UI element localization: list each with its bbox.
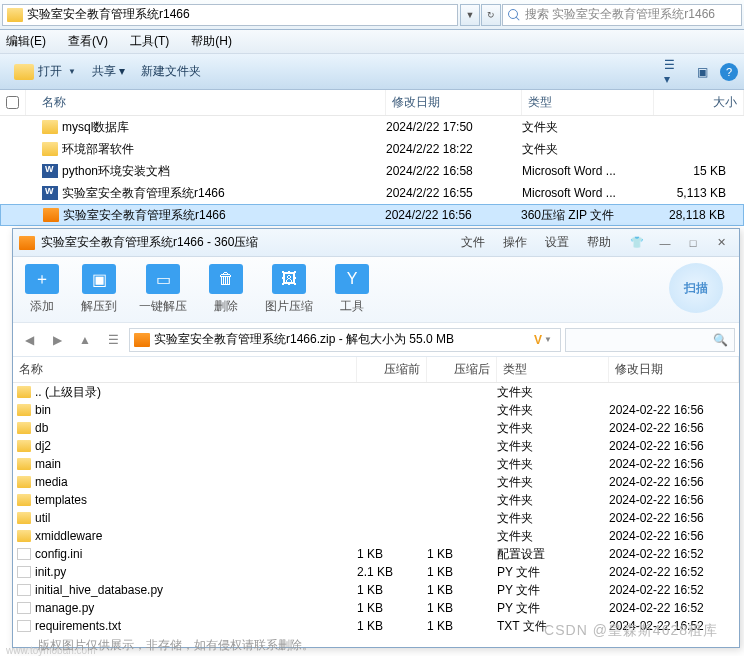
forward-button[interactable]: ▶	[45, 328, 69, 352]
scan-button[interactable]: 扫描	[669, 263, 723, 313]
zip-row[interactable]: manage.py1 KB1 KBPY 文件2024-02-22 16:52	[13, 599, 739, 617]
zip-col-name[interactable]: 名称	[13, 357, 357, 382]
zip-row[interactable]: xmiddleware文件夹2024-02-22 16:56	[13, 527, 739, 545]
zip-window: 实验室安全教育管理系统r1466 - 360压缩 文件 操作 设置 帮助 👕 —…	[12, 228, 740, 648]
zip-col-date[interactable]: 修改日期	[609, 357, 739, 382]
close-button[interactable]: ✕	[709, 234, 733, 252]
zip-file-type: 文件夹	[497, 384, 609, 401]
zip-icon	[43, 208, 59, 222]
menu-tools[interactable]: 工具(T)	[126, 31, 173, 52]
file-row[interactable]: 实验室安全教育管理系统r14662024/2/22 16:56360压缩 ZIP…	[0, 204, 744, 226]
column-type[interactable]: 类型	[522, 90, 654, 115]
zip-row[interactable]: initial_hive_database.py1 KB1 KBPY 文件202…	[13, 581, 739, 599]
zip-file-name: db	[35, 421, 48, 435]
folder-icon	[17, 422, 31, 434]
zip-row[interactable]: util文件夹2024-02-22 16:56	[13, 509, 739, 527]
file-row[interactable]: python环境安装文档2024/2/22 16:58Microsoft Wor…	[0, 160, 744, 182]
file-row[interactable]: mysql数据库2024/2/22 17:50文件夹	[0, 116, 744, 138]
path-text: 实验室安全教育管理系统r1466	[27, 6, 190, 23]
column-date[interactable]: 修改日期	[386, 90, 522, 115]
zip-file-date: 2024-02-22 16:56	[609, 421, 739, 435]
file-row[interactable]: 环境部署软件2024/2/22 18:22文件夹	[0, 138, 744, 160]
file-row[interactable]: 实验室安全教育管理系统r14662024/2/22 16:55Microsoft…	[0, 182, 744, 204]
zip-file-date: 2024-02-22 16:56	[609, 493, 739, 507]
new-folder-label: 新建文件夹	[141, 63, 201, 80]
zip-col-type[interactable]: 类型	[497, 357, 609, 382]
zip-path[interactable]: 实验室安全教育管理系统r1466.zip - 解包大小为 55.0 MB V ▼	[129, 328, 561, 352]
word-icon	[42, 164, 58, 178]
maximize-button[interactable]: □	[681, 234, 705, 252]
folder-icon	[7, 8, 23, 22]
open-button[interactable]: 打开 ▼	[6, 59, 84, 84]
folder-icon	[17, 440, 31, 452]
address-bar: 实验室安全教育管理系统r1466 ▼ ↻ 搜索 实验室安全教育管理系统r1466	[0, 0, 744, 30]
menu-edit[interactable]: 编辑(E)	[2, 31, 50, 52]
zip-titlebar[interactable]: 实验室安全教育管理系统r1466 - 360压缩 文件 操作 设置 帮助 👕 —…	[13, 229, 739, 257]
skin-button[interactable]: 👕	[625, 234, 649, 252]
zip-icon	[134, 333, 150, 347]
zip-search[interactable]: 🔍	[565, 328, 735, 352]
tools-button[interactable]: Y工具	[335, 264, 369, 315]
zip-row[interactable]: .. (上级目录)文件夹	[13, 383, 739, 401]
chevron-down-icon[interactable]: ▼	[544, 335, 552, 344]
checkbox-column[interactable]	[0, 90, 26, 115]
tools-icon: Y	[335, 264, 369, 294]
zip-row[interactable]: db文件夹2024-02-22 16:56	[13, 419, 739, 437]
extract-to-button[interactable]: ▣解压到	[81, 264, 117, 315]
nav-refresh[interactable]: ↻	[481, 4, 501, 26]
watermark-text: 版权图片仅供展示，非存储，如有侵权请联系删除。	[38, 637, 314, 654]
zip-list-header: 名称 压缩前 压缩后 类型 修改日期	[13, 357, 739, 383]
delete-button[interactable]: 🗑删除	[209, 264, 243, 315]
file-list-header: 名称 修改日期 类型 大小	[0, 90, 744, 116]
zip-file-type: 文件夹	[497, 402, 609, 419]
new-folder-button[interactable]: 新建文件夹	[133, 59, 209, 84]
nav-dropdown[interactable]: ▼	[460, 4, 480, 26]
add-button[interactable]: ＋添加	[25, 264, 59, 315]
zip-file-name: media	[35, 475, 68, 489]
folder-icon	[17, 494, 31, 506]
zip-row[interactable]: config.ini1 KB1 KB配置设置2024-02-22 16:52	[13, 545, 739, 563]
preview-pane-icon[interactable]: ▣	[692, 62, 712, 82]
zip-row[interactable]: media文件夹2024-02-22 16:56	[13, 473, 739, 491]
zip-menu-settings[interactable]: 设置	[545, 234, 569, 251]
back-button[interactable]: ◀	[17, 328, 41, 352]
list-view-icon[interactable]: ☰	[101, 328, 125, 352]
folder-icon	[17, 512, 31, 524]
folder-icon	[17, 530, 31, 542]
zip-col-after[interactable]: 压缩后	[427, 357, 497, 382]
search-box[interactable]: 搜索 实验室安全教育管理系统r1466	[502, 4, 742, 26]
view-options-icon[interactable]: ☰ ▾	[664, 62, 684, 82]
zip-row[interactable]: templates文件夹2024-02-22 16:56	[13, 491, 739, 509]
image-compress-button[interactable]: 🖼图片压缩	[265, 264, 313, 315]
zip-file-name: init.py	[35, 565, 66, 579]
zip-col-before[interactable]: 压缩前	[357, 357, 427, 382]
column-name[interactable]: 名称	[26, 90, 386, 115]
zip-menu-operate[interactable]: 操作	[503, 234, 527, 251]
column-size[interactable]: 大小	[654, 90, 744, 115]
v-icon: V	[534, 333, 542, 347]
up-button[interactable]: ▲	[73, 328, 97, 352]
help-icon[interactable]: ?	[720, 63, 738, 81]
zip-row[interactable]: dj2文件夹2024-02-22 16:56	[13, 437, 739, 455]
zip-size-before: 1 KB	[357, 619, 427, 633]
zip-row[interactable]: init.py2.1 KB1 KBPY 文件2024-02-22 16:52	[13, 563, 739, 581]
zip-row[interactable]: bin文件夹2024-02-22 16:56	[13, 401, 739, 419]
zip-size-after: 1 KB	[427, 583, 497, 597]
menu-help[interactable]: 帮助(H)	[187, 31, 236, 52]
minimize-button[interactable]: —	[653, 234, 677, 252]
folder-icon	[17, 386, 31, 398]
address-path[interactable]: 实验室安全教育管理系统r1466	[2, 4, 458, 26]
zip-size-before: 1 KB	[357, 601, 427, 615]
zip-menu-help[interactable]: 帮助	[587, 234, 611, 251]
one-click-extract-button[interactable]: ▭一键解压	[139, 264, 187, 315]
zip-path-text: 实验室安全教育管理系统r1466.zip - 解包大小为 55.0 MB	[154, 331, 454, 348]
zip-menu-file[interactable]: 文件	[461, 234, 485, 251]
search-icon	[507, 8, 521, 22]
zip-row[interactable]: main文件夹2024-02-22 16:56	[13, 455, 739, 473]
file-icon	[17, 602, 31, 614]
share-button[interactable]: 共享 ▾	[84, 59, 133, 84]
file-icon	[17, 584, 31, 596]
select-all-checkbox[interactable]	[6, 96, 19, 109]
menu-view[interactable]: 查看(V)	[64, 31, 112, 52]
zip-file-name: bin	[35, 403, 51, 417]
